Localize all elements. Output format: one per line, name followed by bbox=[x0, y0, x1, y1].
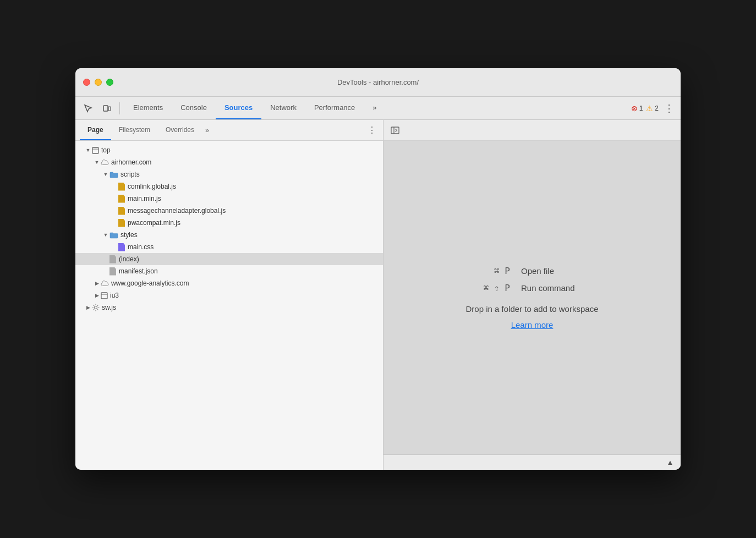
file-js-icon-pwacompat bbox=[118, 219, 125, 227]
sw-label: sw.js bbox=[102, 304, 116, 311]
toolbar-tabs: Elements Console Sources Network Perform… bbox=[124, 97, 386, 119]
tree-item-mca[interactable]: ▶ messagechanneladapter.global.js bbox=[75, 205, 383, 217]
tree-arrow-ga: ▶ bbox=[93, 279, 101, 287]
shortcut-run-command: ⌘ ⇧ P Run command bbox=[466, 283, 598, 293]
inspect-icon bbox=[84, 104, 92, 113]
bottom-bar: ▲ bbox=[384, 454, 681, 470]
drawer-toggle-button[interactable]: ▲ bbox=[664, 457, 676, 469]
panel-tabs-actions: ⋮ bbox=[365, 124, 379, 137]
file-css-icon-main bbox=[118, 243, 125, 251]
error-badge: ⊗ 1 bbox=[631, 104, 643, 113]
file-tree: ▼ top ▼ airhorner.com bbox=[75, 141, 383, 470]
right-panel-header bbox=[384, 120, 681, 141]
tab-performance[interactable]: Performance bbox=[305, 97, 364, 119]
svg-rect-2 bbox=[92, 147, 98, 153]
tree-item-index[interactable]: ▶ (index) bbox=[75, 253, 383, 265]
minimize-button[interactable] bbox=[95, 79, 102, 86]
scripts-label: scripts bbox=[120, 171, 140, 178]
drop-folder-text: Drop in a folder to add to workspace bbox=[466, 304, 599, 314]
tab-console[interactable]: Console bbox=[172, 97, 216, 119]
index-label: (index) bbox=[119, 255, 139, 263]
folder-icon-scripts bbox=[109, 171, 118, 178]
open-file-label: Open file bbox=[521, 266, 598, 276]
open-file-keys: ⌘ P bbox=[466, 266, 510, 276]
folder-icon-styles bbox=[109, 232, 118, 239]
main-js-label: main.min.js bbox=[128, 195, 161, 202]
file-grey-icon-index bbox=[109, 255, 116, 263]
toolbar-right: ⊗ 1 ⚠ 2 ⋮ bbox=[631, 101, 676, 116]
file-js-icon-mca bbox=[118, 207, 125, 215]
gear-icon-sw bbox=[92, 304, 100, 311]
panel-tab-filesystem[interactable]: Filesystem bbox=[111, 120, 158, 140]
toggle-sidebar-button[interactable] bbox=[388, 123, 402, 138]
svg-rect-0 bbox=[103, 106, 108, 111]
error-icon: ⊗ bbox=[631, 104, 638, 113]
window-icon bbox=[92, 147, 99, 154]
warning-badge: ⚠ 2 bbox=[646, 104, 659, 113]
traffic-lights bbox=[83, 79, 113, 86]
panel-tabs-more[interactable]: » bbox=[202, 126, 212, 134]
styles-label: styles bbox=[120, 231, 138, 239]
device-icon bbox=[102, 104, 111, 113]
tree-item-pwacompat[interactable]: ▶ pwacompat.min.js bbox=[75, 217, 383, 229]
panel-tab-page[interactable]: Page bbox=[80, 120, 111, 140]
file-grey-icon-manifest bbox=[109, 267, 116, 276]
tree-item-google-analytics[interactable]: ▶ www.google-analytics.com bbox=[75, 277, 383, 289]
tree-item-main-js[interactable]: ▶ main.min.js bbox=[75, 193, 383, 205]
right-panel-content: ⌘ P Open file ⌘ ⇧ P Run command Drop in … bbox=[384, 141, 681, 454]
drawer-icon: ▲ bbox=[667, 458, 674, 466]
tree-item-manifest[interactable]: ▶ manifest.json bbox=[75, 265, 383, 277]
pwacompat-label: pwacompat.min.js bbox=[128, 219, 180, 227]
tree-item-comlink[interactable]: ▶ comlink.global.js bbox=[75, 180, 383, 193]
toolbar: Elements Console Sources Network Perform… bbox=[75, 97, 681, 120]
settings-more-button[interactable]: ⋮ bbox=[662, 101, 676, 116]
tree-arrow-sw: ▶ bbox=[84, 304, 92, 311]
close-button[interactable] bbox=[83, 79, 90, 86]
tab-network[interactable]: Network bbox=[261, 97, 305, 119]
window-title: DevTools - airhorner.com/ bbox=[337, 78, 419, 86]
warning-icon: ⚠ bbox=[646, 104, 653, 113]
shortcut-open-file: ⌘ P Open file bbox=[466, 266, 598, 276]
tree-arrow-airhorner: ▼ bbox=[93, 158, 101, 166]
tree-arrow-scripts: ▼ bbox=[102, 171, 109, 178]
main-css-label: main.css bbox=[128, 243, 154, 251]
tree-item-top[interactable]: ▼ top bbox=[75, 144, 383, 156]
left-panel: Page Filesystem Overrides » ⋮ ▼ bbox=[75, 120, 384, 470]
toolbar-divider bbox=[119, 102, 120, 114]
tree-item-scripts[interactable]: ▼ scripts bbox=[75, 168, 383, 180]
learn-more-button[interactable]: Learn more bbox=[511, 320, 554, 330]
tree-item-airhorner[interactable]: ▼ airhorner.com bbox=[75, 156, 383, 168]
tree-item-sw[interactable]: ▶ sw.js bbox=[75, 301, 383, 314]
file-js-icon-comlink bbox=[118, 183, 125, 191]
tab-elements[interactable]: Elements bbox=[124, 97, 172, 119]
tab-sources[interactable]: Sources bbox=[216, 97, 261, 119]
device-toolbar-button[interactable] bbox=[98, 101, 115, 116]
panel-more-button[interactable]: ⋮ bbox=[365, 124, 379, 137]
svg-rect-7 bbox=[391, 127, 399, 134]
tree-arrow-top: ▼ bbox=[84, 146, 92, 154]
svg-rect-4 bbox=[101, 293, 107, 299]
main-content: Page Filesystem Overrides » ⋮ ▼ bbox=[75, 120, 681, 470]
tree-item-styles[interactable]: ▼ styles bbox=[75, 229, 383, 241]
sidebar-toggle-icon bbox=[391, 126, 399, 135]
svg-rect-1 bbox=[108, 107, 111, 111]
tab-more[interactable]: » bbox=[364, 97, 385, 119]
tree-arrow-iu3: ▶ bbox=[93, 292, 101, 299]
cloud-icon-airhorner bbox=[101, 160, 109, 166]
devtools-window: DevTools - airhorner.com/ Elements Conso… bbox=[75, 68, 681, 470]
maximize-button[interactable] bbox=[106, 79, 113, 86]
comlink-label: comlink.global.js bbox=[128, 183, 176, 190]
cloud-icon-ga bbox=[101, 281, 109, 287]
right-panel: ⌘ P Open file ⌘ ⇧ P Run command Drop in … bbox=[384, 120, 681, 470]
panel-tab-overrides[interactable]: Overrides bbox=[158, 120, 202, 140]
tree-arrow-styles: ▼ bbox=[102, 231, 109, 239]
run-command-keys: ⌘ ⇧ P bbox=[466, 283, 510, 293]
tree-item-iu3[interactable]: ▶ iu3 bbox=[75, 289, 383, 301]
svg-point-6 bbox=[95, 306, 97, 309]
window-icon-iu3 bbox=[101, 292, 108, 299]
inspect-element-button[interactable] bbox=[80, 101, 96, 116]
top-label: top bbox=[101, 146, 111, 154]
title-bar: DevTools - airhorner.com/ bbox=[75, 68, 681, 97]
tree-item-main-css[interactable]: ▶ main.css bbox=[75, 241, 383, 253]
iu3-label: iu3 bbox=[110, 292, 119, 299]
